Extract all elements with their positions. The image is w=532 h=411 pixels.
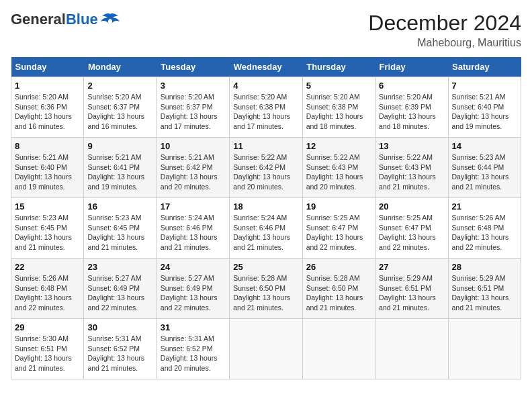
calendar-cell: 10Sunrise: 5:21 AMSunset: 6:42 PMDayligh…: [157, 138, 229, 198]
calendar-cell: 20Sunrise: 5:25 AMSunset: 6:47 PMDayligh…: [375, 198, 448, 259]
day-info: Sunrise: 5:29 AMSunset: 6:51 PMDaylight:…: [379, 273, 444, 313]
calendar-cell: [230, 319, 302, 379]
day-number: 9: [87, 141, 152, 151]
calendar-cell: 12Sunrise: 5:22 AMSunset: 6:43 PMDayligh…: [302, 138, 375, 198]
day-number: 7: [452, 81, 517, 91]
day-number: 31: [161, 322, 226, 332]
day-info: Sunrise: 5:27 AMSunset: 6:49 PMDaylight:…: [87, 273, 152, 313]
month-title: December 2024: [368, 11, 521, 36]
day-number: 29: [15, 322, 80, 332]
calendar-cell: 15Sunrise: 5:23 AMSunset: 6:45 PMDayligh…: [11, 198, 84, 259]
day-info: Sunrise: 5:21 AMSunset: 6:40 PMDaylight:…: [15, 152, 80, 192]
page-header: GeneralBlue December 2024 Mahebourg, Mau…: [11, 11, 521, 49]
calendar-table: SundayMondayTuesdayWednesdayThursdayFrid…: [11, 57, 521, 379]
day-info: Sunrise: 5:20 AMSunset: 6:38 PMDaylight:…: [306, 92, 371, 132]
day-number: 14: [452, 141, 517, 151]
day-info: Sunrise: 5:21 AMSunset: 6:41 PMDaylight:…: [87, 152, 152, 192]
calendar-cell: 29Sunrise: 5:30 AMSunset: 6:51 PMDayligh…: [11, 319, 84, 379]
day-info: Sunrise: 5:24 AMSunset: 6:46 PMDaylight:…: [233, 213, 298, 253]
calendar-cell: [375, 319, 448, 379]
day-number: 27: [379, 262, 444, 272]
calendar-cell: 16Sunrise: 5:23 AMSunset: 6:45 PMDayligh…: [84, 198, 157, 259]
calendar-cell: 28Sunrise: 5:29 AMSunset: 6:51 PMDayligh…: [448, 259, 521, 319]
calendar-cell: 17Sunrise: 5:24 AMSunset: 6:46 PMDayligh…: [157, 198, 229, 259]
calendar-header-friday: Friday: [375, 57, 448, 77]
calendar-header-saturday: Saturday: [448, 57, 521, 77]
logo-bird-icon: [101, 13, 120, 26]
calendar-week-row: 15Sunrise: 5:23 AMSunset: 6:45 PMDayligh…: [11, 198, 521, 259]
calendar-cell: 5Sunrise: 5:20 AMSunset: 6:38 PMDaylight…: [302, 77, 375, 138]
calendar-cell: 30Sunrise: 5:31 AMSunset: 6:52 PMDayligh…: [84, 319, 157, 379]
calendar-cell: 1Sunrise: 5:20 AMSunset: 6:36 PMDaylight…: [11, 77, 84, 138]
day-number: 23: [87, 262, 152, 272]
day-number: 12: [306, 141, 371, 151]
day-info: Sunrise: 5:26 AMSunset: 6:48 PMDaylight:…: [15, 273, 80, 313]
calendar-header-monday: Monday: [84, 57, 157, 77]
calendar-cell: 23Sunrise: 5:27 AMSunset: 6:49 PMDayligh…: [84, 259, 157, 319]
day-number: 25: [233, 262, 298, 272]
day-number: 24: [161, 262, 226, 272]
day-number: 19: [306, 201, 371, 212]
calendar-cell: 8Sunrise: 5:21 AMSunset: 6:40 PMDaylight…: [11, 138, 84, 198]
calendar-cell: 6Sunrise: 5:20 AMSunset: 6:39 PMDaylight…: [375, 77, 448, 138]
calendar-header-sunday: Sunday: [11, 57, 84, 77]
day-info: Sunrise: 5:30 AMSunset: 6:51 PMDaylight:…: [15, 334, 80, 373]
calendar-cell: 14Sunrise: 5:23 AMSunset: 6:44 PMDayligh…: [448, 138, 521, 198]
day-info: Sunrise: 5:23 AMSunset: 6:45 PMDaylight:…: [87, 213, 152, 253]
day-number: 11: [233, 141, 298, 151]
day-number: 10: [161, 141, 226, 151]
calendar-cell: 7Sunrise: 5:21 AMSunset: 6:40 PMDaylight…: [448, 77, 521, 138]
calendar-header-wednesday: Wednesday: [230, 57, 302, 77]
day-info: Sunrise: 5:20 AMSunset: 6:37 PMDaylight:…: [161, 92, 226, 132]
day-info: Sunrise: 5:22 AMSunset: 6:43 PMDaylight:…: [379, 152, 444, 192]
calendar-cell: 11Sunrise: 5:22 AMSunset: 6:42 PMDayligh…: [230, 138, 302, 198]
calendar-cell: 26Sunrise: 5:28 AMSunset: 6:50 PMDayligh…: [302, 259, 375, 319]
calendar-cell: 24Sunrise: 5:27 AMSunset: 6:49 PMDayligh…: [157, 259, 229, 319]
calendar-header-row: SundayMondayTuesdayWednesdayThursdayFrid…: [11, 57, 521, 77]
day-number: 13: [379, 141, 444, 151]
day-info: Sunrise: 5:29 AMSunset: 6:51 PMDaylight:…: [452, 273, 517, 313]
day-info: Sunrise: 5:25 AMSunset: 6:47 PMDaylight:…: [379, 213, 444, 253]
day-number: 17: [161, 201, 226, 212]
day-info: Sunrise: 5:20 AMSunset: 6:36 PMDaylight:…: [15, 92, 80, 132]
calendar-cell: [448, 319, 521, 379]
calendar-week-row: 1Sunrise: 5:20 AMSunset: 6:36 PMDaylight…: [11, 77, 521, 138]
calendar-week-row: 8Sunrise: 5:21 AMSunset: 6:40 PMDaylight…: [11, 138, 521, 198]
calendar-cell: 27Sunrise: 5:29 AMSunset: 6:51 PMDayligh…: [375, 259, 448, 319]
calendar-cell: 31Sunrise: 5:31 AMSunset: 6:52 PMDayligh…: [157, 319, 229, 379]
calendar-cell: [302, 319, 375, 379]
day-info: Sunrise: 5:28 AMSunset: 6:50 PMDaylight:…: [306, 273, 371, 313]
calendar-cell: 21Sunrise: 5:26 AMSunset: 6:48 PMDayligh…: [448, 198, 521, 259]
day-number: 4: [233, 81, 298, 91]
day-number: 28: [452, 262, 517, 272]
day-number: 26: [306, 262, 371, 272]
day-info: Sunrise: 5:21 AMSunset: 6:40 PMDaylight:…: [452, 92, 517, 132]
day-info: Sunrise: 5:20 AMSunset: 6:39 PMDaylight:…: [379, 92, 444, 132]
day-number: 5: [306, 81, 371, 91]
day-info: Sunrise: 5:27 AMSunset: 6:49 PMDaylight:…: [161, 273, 226, 313]
location: Mahebourg, Mauritius: [368, 37, 521, 49]
day-info: Sunrise: 5:22 AMSunset: 6:43 PMDaylight:…: [306, 152, 371, 192]
day-number: 16: [87, 201, 152, 212]
day-number: 20: [379, 201, 444, 212]
day-info: Sunrise: 5:23 AMSunset: 6:44 PMDaylight:…: [452, 152, 517, 192]
calendar-cell: 19Sunrise: 5:25 AMSunset: 6:47 PMDayligh…: [302, 198, 375, 259]
logo-text: GeneralBlue: [11, 11, 98, 28]
calendar-cell: 9Sunrise: 5:21 AMSunset: 6:41 PMDaylight…: [84, 138, 157, 198]
day-info: Sunrise: 5:20 AMSunset: 6:38 PMDaylight:…: [233, 92, 298, 132]
calendar-cell: 25Sunrise: 5:28 AMSunset: 6:50 PMDayligh…: [230, 259, 302, 319]
logo: GeneralBlue: [11, 11, 120, 28]
day-number: 8: [15, 141, 80, 151]
day-info: Sunrise: 5:31 AMSunset: 6:52 PMDaylight:…: [87, 334, 152, 373]
day-number: 18: [233, 201, 298, 212]
day-number: 2: [87, 81, 152, 91]
calendar-week-row: 29Sunrise: 5:30 AMSunset: 6:51 PMDayligh…: [11, 319, 521, 379]
day-number: 30: [87, 322, 152, 332]
calendar-cell: 3Sunrise: 5:20 AMSunset: 6:37 PMDaylight…: [157, 77, 229, 138]
day-number: 6: [379, 81, 444, 91]
calendar-cell: 18Sunrise: 5:24 AMSunset: 6:46 PMDayligh…: [230, 198, 302, 259]
day-info: Sunrise: 5:28 AMSunset: 6:50 PMDaylight:…: [233, 273, 298, 313]
day-info: Sunrise: 5:24 AMSunset: 6:46 PMDaylight:…: [161, 213, 226, 253]
day-number: 21: [452, 201, 517, 212]
day-info: Sunrise: 5:20 AMSunset: 6:37 PMDaylight:…: [87, 92, 152, 132]
